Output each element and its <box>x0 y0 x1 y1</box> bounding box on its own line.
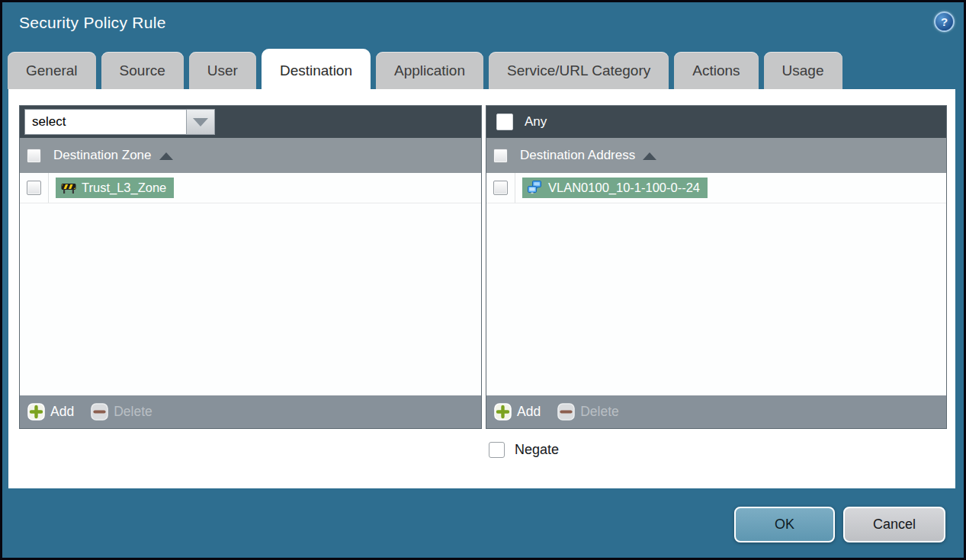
row-checkbox-cell <box>20 173 49 203</box>
zone-toolbar <box>20 106 481 138</box>
address-footer-bar: Add Delete <box>486 395 946 428</box>
sort-ascending-icon[interactable] <box>159 152 173 160</box>
address-chip-label: VLAN0100_10-1-100-0--24 <box>548 180 700 195</box>
zone-select-dropdown-button[interactable] <box>186 109 215 135</box>
delete-button[interactable]: Delete <box>557 403 619 421</box>
tab-bar: General Source User Destination Applicat… <box>8 52 958 89</box>
negate-row: Negate <box>489 442 559 458</box>
chevron-down-icon <box>193 118 208 126</box>
network-hosts-icon <box>528 181 543 194</box>
zone-footer-bar: Add Delete <box>20 395 481 428</box>
row-checkbox[interactable] <box>27 181 41 195</box>
address-chip[interactable]: VLAN0100_10-1-100-0--24 <box>522 178 708 198</box>
tab-application[interactable]: Application <box>376 52 483 89</box>
ok-button[interactable]: OK <box>734 507 835 542</box>
tab-service-url-category[interactable]: Service/URL Category <box>489 52 669 89</box>
destination-tab-content: Destination Zone <box>8 89 955 488</box>
tab-destination[interactable]: Destination <box>262 49 371 92</box>
add-button[interactable]: Add <box>27 403 74 421</box>
tab-usage[interactable]: Usage <box>764 52 842 89</box>
address-toolbar: Any <box>486 106 946 138</box>
zone-select-combobox <box>24 109 215 135</box>
any-checkbox-cell <box>490 114 518 130</box>
address-select-all-cell <box>486 149 515 163</box>
help-icon[interactable]: ? <box>934 11 955 32</box>
zone-chip-label: Trust_L3_Zone <box>82 180 166 195</box>
delete-minus-icon <box>91 403 108 421</box>
zone-chip[interactable]: Trust_L3_Zone <box>56 178 174 198</box>
row-checkbox-cell <box>486 173 515 203</box>
address-table-header: Destination Address <box>486 138 946 173</box>
sort-ascending-icon[interactable] <box>643 152 656 160</box>
zone-table-header: Destination Zone <box>20 138 481 173</box>
table-row[interactable]: Trust_L3_Zone <box>20 173 481 203</box>
zone-table-body: Trust_L3_Zone <box>20 173 481 395</box>
tab-user[interactable]: User <box>189 52 256 89</box>
add-plus-icon <box>494 403 512 421</box>
tab-actions[interactable]: Actions <box>674 52 758 89</box>
zone-barrier-icon <box>61 181 76 194</box>
cancel-button[interactable]: Cancel <box>843 507 945 542</box>
address-column-header[interactable]: Destination Address <box>520 148 635 163</box>
delete-button[interactable]: Delete <box>91 403 152 421</box>
address-table-body: VLAN0100_10-1-100-0--24 <box>486 173 946 395</box>
tab-source[interactable]: Source <box>101 52 184 89</box>
dialog-title: Security Policy Rule <box>19 14 166 32</box>
table-row[interactable]: VLAN0100_10-1-100-0--24 <box>486 173 946 203</box>
add-button[interactable]: Add <box>494 403 541 421</box>
destination-address-panel: Any Destination Address <box>486 105 947 429</box>
zone-select-all-cell <box>20 149 48 163</box>
tab-general[interactable]: General <box>8 52 96 89</box>
negate-label: Negate <box>515 442 559 458</box>
security-policy-rule-dialog: Security Policy Rule ? General Source Us… <box>0 0 966 560</box>
delete-button-label: Delete <box>580 404 619 420</box>
any-label: Any <box>525 114 547 130</box>
negate-checkbox[interactable] <box>489 442 505 458</box>
zone-select-input[interactable] <box>24 109 186 135</box>
any-checkbox[interactable] <box>496 114 513 130</box>
address-select-all-checkbox[interactable] <box>493 149 508 163</box>
row-checkbox[interactable] <box>493 181 508 195</box>
add-plus-icon <box>27 403 45 421</box>
delete-minus-icon <box>557 403 575 421</box>
zone-column-header[interactable]: Destination Zone <box>53 148 152 163</box>
delete-button-label: Delete <box>114 404 152 420</box>
destination-zone-panel: Destination Zone <box>19 105 482 429</box>
add-button-label: Add <box>517 404 541 420</box>
zone-select-all-checkbox[interactable] <box>27 149 41 163</box>
add-button-label: Add <box>50 404 74 420</box>
